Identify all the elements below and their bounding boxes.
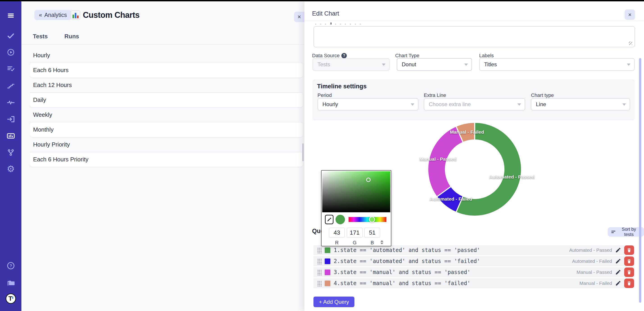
drag-handle-icon[interactable]: [317, 280, 322, 286]
timeline-chart-type-select[interactable]: Line: [531, 98, 630, 110]
green-label: G: [347, 240, 362, 246]
color-swatch-button[interactable]: [324, 246, 331, 254]
chart-list: Hourly Each 6 Hours Each 12 Hours Daily …: [30, 48, 303, 167]
drag-handle-icon[interactable]: [317, 269, 322, 275]
color-swatch-button[interactable]: [324, 258, 331, 265]
back-chevron-icon: «: [39, 12, 42, 18]
hue-slider[interactable]: [348, 217, 386, 222]
clipped-field-label-marks: [315, 24, 365, 25]
timeline-settings-title: Timeline settings: [317, 83, 366, 90]
trash-icon: [627, 270, 632, 275]
page-title-wrap: Custom Charts: [71, 10, 140, 20]
list-item-hourly[interactable]: Hourly: [30, 48, 303, 63]
delete-query-button[interactable]: [624, 278, 634, 288]
settings-gear-icon[interactable]: ⚙: [6, 164, 16, 174]
green-input[interactable]: [347, 228, 362, 238]
query-result-label: Automated - Failed: [572, 258, 612, 264]
back-to-analytics-button[interactable]: « Analytics: [34, 10, 72, 20]
steps-icon[interactable]: [6, 81, 16, 91]
query-expression: 4.state == 'manual' and status == 'faile…: [334, 280, 470, 286]
sort-by-tests-button[interactable]: Sort by tests: [608, 227, 644, 237]
saturation-cursor[interactable]: [366, 178, 371, 182]
left-panel-scrollbar[interactable]: [302, 143, 304, 161]
list-item-each-12-hours[interactable]: Each 12 Hours: [30, 78, 303, 93]
hue-slider-handle[interactable]: [369, 217, 375, 223]
edit-pencil-icon[interactable]: [615, 258, 621, 264]
svg-text:?: ?: [10, 263, 12, 268]
tabs-divider: [22, 44, 304, 45]
edit-chart-panel: Edit Chart × Data Source ? Chart Type La…: [304, 1, 644, 311]
sort-icon: [611, 230, 616, 234]
check-icon[interactable]: [6, 31, 16, 41]
extra-line-select[interactable]: Choose extra line: [424, 98, 525, 110]
help-icon[interactable]: ?: [6, 260, 16, 271]
help-circle-icon[interactable]: ?: [341, 53, 347, 58]
data-source-select: Tests: [312, 58, 390, 71]
trash-icon: [627, 281, 632, 286]
menu-icon[interactable]: [6, 10, 16, 21]
list-item-daily[interactable]: Daily: [30, 93, 303, 108]
current-color-swatch: [336, 215, 345, 224]
color-swatch-button[interactable]: [324, 280, 331, 287]
play-circle-icon[interactable]: [6, 47, 16, 58]
delete-query-button[interactable]: [624, 267, 634, 277]
labels-label: Labels: [479, 53, 494, 59]
chart-type-select[interactable]: Donut: [397, 58, 472, 71]
blue-input[interactable]: [364, 228, 380, 238]
drag-handle-icon[interactable]: [317, 247, 322, 253]
red-input[interactable]: [329, 228, 345, 238]
period-select[interactable]: Hourly: [318, 98, 418, 110]
sidebar: ⚙ ? T: [0, 1, 22, 311]
add-query-button[interactable]: + Add Query: [314, 296, 354, 307]
edit-pencil-icon[interactable]: [615, 247, 621, 253]
chevron-down-icon: [411, 103, 414, 106]
edit-panel-close-button[interactable]: ×: [625, 10, 635, 20]
left-panel-close-button[interactable]: ×: [294, 12, 304, 22]
git-branch-icon[interactable]: [6, 147, 16, 158]
analytics-bar-chart-icon[interactable]: [6, 131, 16, 141]
window-top-edge: [0, 0, 644, 1]
saturation-area[interactable]: [322, 171, 390, 212]
trash-icon: [627, 259, 632, 264]
query-result-label: Manual - Failed: [579, 280, 612, 286]
list-item-monthly[interactable]: Monthly: [30, 122, 303, 137]
edit-pencil-icon[interactable]: [615, 269, 621, 275]
chevron-down-icon: [518, 103, 521, 106]
list-item-each-6-hours-priority[interactable]: Each 6 Hours Priority: [30, 152, 303, 167]
query-row-4: 4.state == 'manual' and status == 'faile…: [314, 278, 634, 288]
extra-line-label: Extra Line: [424, 92, 446, 98]
list-item-each-6-hours[interactable]: Each 6 Hours: [30, 63, 303, 78]
donut-chart[interactable]: [423, 117, 526, 221]
chart-type-label: Chart Type: [395, 53, 419, 59]
query-row-3: 3.state == 'manual' and status == 'passe…: [314, 267, 634, 277]
tab-tests[interactable]: Tests: [33, 33, 48, 40]
red-label: R: [329, 240, 345, 246]
edit-chart-title: Edit Chart: [312, 10, 339, 17]
test-list-icon[interactable]: [6, 64, 16, 74]
activity-icon[interactable]: [6, 97, 16, 108]
projects-folder-icon[interactable]: [6, 277, 16, 287]
chevron-down-icon: [622, 103, 626, 106]
edit-panel-scrollbar[interactable]: [639, 58, 641, 303]
delete-query-button[interactable]: [624, 256, 634, 266]
close-icon: ×: [628, 11, 632, 18]
color-mode-stepper[interactable]: [380, 240, 383, 244]
eyedropper-button[interactable]: [325, 215, 334, 224]
list-item-hourly-priority[interactable]: Hourly Priority: [30, 137, 303, 152]
sign-in-icon[interactable]: [6, 114, 16, 124]
delete-query-button[interactable]: [624, 245, 634, 255]
app-logo[interactable]: T: [6, 293, 16, 304]
tab-runs[interactable]: Runs: [64, 33, 79, 40]
query-expression: 3.state == 'manual' and status == 'passe…: [334, 269, 470, 275]
page-title: Custom Charts: [83, 10, 140, 20]
query-color-swatch: [325, 258, 330, 264]
drag-handle-icon[interactable]: [317, 258, 322, 264]
chart-description-textarea[interactable]: [314, 26, 635, 47]
trash-icon: [627, 248, 632, 253]
blue-label: B: [364, 240, 380, 246]
list-item-weekly[interactable]: Weekly: [30, 108, 303, 122]
edit-pencil-icon[interactable]: [615, 280, 621, 286]
period-label: Period: [318, 92, 332, 98]
color-swatch-button[interactable]: [324, 269, 331, 276]
labels-select[interactable]: Titles: [479, 58, 634, 71]
